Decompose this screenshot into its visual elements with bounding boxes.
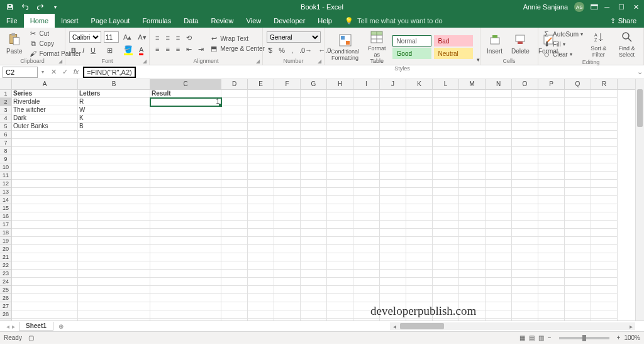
cell-I19[interactable] xyxy=(353,237,380,245)
cell-N9[interactable] xyxy=(486,155,512,163)
tab-file[interactable]: File xyxy=(0,14,24,28)
cell-K24[interactable] xyxy=(406,278,433,286)
cell-D14[interactable] xyxy=(221,196,248,204)
cell-Q18[interactable] xyxy=(565,229,591,237)
tab-review[interactable]: Review xyxy=(204,14,240,28)
row-header-27[interactable]: 27 xyxy=(0,302,12,310)
cell-N27[interactable] xyxy=(486,302,512,310)
row-header-28[interactable]: 28 xyxy=(0,310,12,319)
zoom-level[interactable]: 100% xyxy=(624,334,640,341)
cell-F28[interactable] xyxy=(274,310,301,319)
cell-E26[interactable] xyxy=(248,294,274,302)
cell-E3[interactable] xyxy=(248,106,274,114)
cell-G18[interactable] xyxy=(301,229,327,237)
cell-H25[interactable] xyxy=(327,286,353,294)
cell-E8[interactable] xyxy=(248,147,274,155)
italic-button[interactable]: I xyxy=(80,45,86,55)
cell-F20[interactable] xyxy=(274,245,301,253)
cell-O19[interactable] xyxy=(512,237,538,245)
cell-I3[interactable] xyxy=(353,106,380,114)
cell-O17[interactable] xyxy=(512,221,538,229)
cell-L9[interactable] xyxy=(433,155,459,163)
cell-L14[interactable] xyxy=(433,196,459,204)
cell-Q3[interactable] xyxy=(565,106,591,114)
cell-B8[interactable] xyxy=(78,147,150,155)
cell-O20[interactable] xyxy=(512,245,538,253)
cell-I1[interactable] xyxy=(353,90,380,98)
cell-R7[interactable] xyxy=(591,139,618,147)
row-header-26[interactable]: 26 xyxy=(0,294,12,302)
cell-Q9[interactable] xyxy=(565,155,591,163)
cell-N13[interactable] xyxy=(486,188,512,196)
column-header-B[interactable]: B xyxy=(78,79,150,89)
cell-K15[interactable] xyxy=(406,204,433,212)
conditional-formatting-button[interactable]: Conditional Formatting xyxy=(328,29,362,65)
cell-G19[interactable] xyxy=(301,237,327,245)
cell-P11[interactable] xyxy=(538,172,565,180)
cell-J24[interactable] xyxy=(380,278,406,286)
cell-E19[interactable] xyxy=(248,237,274,245)
cell-N17[interactable] xyxy=(486,221,512,229)
cell-N1[interactable] xyxy=(486,90,512,98)
cell-G13[interactable] xyxy=(301,188,327,196)
view-page-break-button[interactable]: ▥ xyxy=(538,334,544,341)
cell-I14[interactable] xyxy=(353,196,380,204)
cell-D23[interactable] xyxy=(221,270,248,278)
cell-F9[interactable] xyxy=(274,155,301,163)
cell-G26[interactable] xyxy=(301,294,327,302)
row-header-2[interactable]: 2 xyxy=(0,98,12,106)
cell-F2[interactable] xyxy=(274,98,301,106)
cell-R28[interactable] xyxy=(591,310,618,319)
cell-E18[interactable] xyxy=(248,229,274,237)
cell-P7[interactable] xyxy=(538,139,565,147)
font-color-button[interactable]: A xyxy=(137,45,145,55)
cell-G27[interactable] xyxy=(301,302,327,310)
column-header-J[interactable]: J xyxy=(380,79,406,89)
cell-G12[interactable] xyxy=(301,180,327,188)
redo-icon[interactable] xyxy=(35,2,45,12)
cell-M15[interactable] xyxy=(459,204,486,212)
cell-O22[interactable] xyxy=(512,261,538,270)
cell-O13[interactable] xyxy=(512,188,538,196)
cell-F5[interactable] xyxy=(274,123,301,131)
hscroll-thumb[interactable] xyxy=(400,323,444,329)
cell-C3[interactable] xyxy=(150,106,221,114)
cell-Q19[interactable] xyxy=(565,237,591,245)
row-header-24[interactable]: 24 xyxy=(0,278,12,286)
cell-L16[interactable] xyxy=(433,212,459,221)
cell-F14[interactable] xyxy=(274,196,301,204)
cell-K17[interactable] xyxy=(406,221,433,229)
cell-L12[interactable] xyxy=(433,180,459,188)
cell-D2[interactable] xyxy=(221,98,248,106)
cell-L26[interactable] xyxy=(433,294,459,302)
cell-P25[interactable] xyxy=(538,286,565,294)
cell-J9[interactable] xyxy=(380,155,406,163)
cell-P12[interactable] xyxy=(538,180,565,188)
cell-K20[interactable] xyxy=(406,245,433,253)
column-header-R[interactable]: R xyxy=(591,79,618,89)
cell-F21[interactable] xyxy=(274,253,301,261)
cell-Q1[interactable] xyxy=(565,90,591,98)
cell-F19[interactable] xyxy=(274,237,301,245)
cell-E4[interactable] xyxy=(248,114,274,123)
column-header-E[interactable]: E xyxy=(248,79,274,89)
cell-I24[interactable] xyxy=(353,278,380,286)
cell-M14[interactable] xyxy=(459,196,486,204)
row-header-25[interactable]: 25 xyxy=(0,286,12,294)
cell-J16[interactable] xyxy=(380,212,406,221)
cell-D19[interactable] xyxy=(221,237,248,245)
cell-D24[interactable] xyxy=(221,278,248,286)
cell-R8[interactable] xyxy=(591,147,618,155)
cell-G17[interactable] xyxy=(301,221,327,229)
row-header-1[interactable]: 1 xyxy=(0,90,12,98)
cell-L3[interactable] xyxy=(433,106,459,114)
cell-P14[interactable] xyxy=(538,196,565,204)
cell-H1[interactable] xyxy=(327,90,353,98)
cell-N11[interactable] xyxy=(486,172,512,180)
cell-R9[interactable] xyxy=(591,155,618,163)
row-header-10[interactable]: 10 xyxy=(0,163,12,172)
cell-I20[interactable] xyxy=(353,245,380,253)
cell-I10[interactable] xyxy=(353,163,380,172)
increase-font-button[interactable]: A▴ xyxy=(121,32,133,42)
cell-Q24[interactable] xyxy=(565,278,591,286)
